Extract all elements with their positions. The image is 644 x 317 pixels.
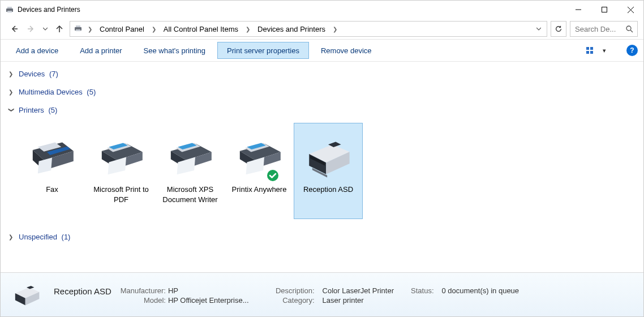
view-options-dropdown[interactable]: ▾	[598, 44, 611, 57]
app-icon	[5, 5, 14, 14]
printer-icon	[162, 127, 218, 183]
chevron-right-icon[interactable]: ❯	[331, 26, 339, 32]
chevron-right-icon: ❯	[8, 234, 14, 240]
search-box[interactable]	[570, 21, 638, 37]
back-button[interactable]	[7, 22, 21, 36]
group-label: Unspecified	[19, 233, 57, 241]
breadcrumb-item-all-items[interactable]: All Control Panel Items	[159, 22, 243, 36]
status-label: Status:	[411, 286, 436, 296]
manufacturer-value: HP	[168, 286, 259, 296]
refresh-button[interactable]	[551, 21, 566, 37]
printer-label: Reception ASD	[301, 183, 355, 195]
titlebar: Devices and Printers	[1, 1, 643, 19]
search-icon[interactable]	[625, 25, 634, 33]
svg-rect-2	[7, 11, 12, 12]
svg-rect-17	[586, 51, 589, 54]
nav-row: ❯ Control Panel ❯ All Control Panel Item…	[1, 19, 643, 39]
group-label: Multimedia Devices	[19, 88, 83, 96]
svg-rect-15	[586, 47, 589, 50]
group-count: (5)	[87, 88, 96, 96]
view-options-button[interactable]	[583, 44, 596, 57]
svg-line-14	[630, 30, 633, 32]
details-thumbnail	[7, 276, 46, 311]
breadcrumb-item-devices-printers[interactable]: Devices and Printers	[253, 22, 330, 36]
printer-label: Microsoft Print to PDF	[87, 183, 155, 204]
svg-rect-11	[76, 25, 80, 27]
model-value: HP Officejet Enterprise...	[168, 296, 259, 305]
category-value: Laser printer	[323, 296, 394, 305]
group-label: Printers	[19, 106, 44, 114]
forward-button[interactable]	[24, 22, 38, 36]
svg-point-13	[626, 26, 631, 31]
remove-device-button[interactable]: Remove device	[311, 42, 381, 59]
model-label: Model:	[121, 296, 168, 305]
see-printing-button[interactable]: See what's printing	[134, 42, 215, 59]
svg-rect-1	[7, 7, 12, 8]
help-button[interactable]: ?	[626, 45, 638, 56]
chevron-right-icon: ❯	[8, 71, 14, 77]
minimize-button[interactable]	[565, 1, 591, 19]
command-bar: Add a device Add a printer See what's pr…	[1, 39, 643, 62]
printer-icon	[93, 127, 149, 183]
print-server-properties-button[interactable]: Print server properties	[217, 42, 309, 59]
group-multimedia[interactable]: ❯ Multimedia Devices (5)	[3, 84, 641, 99]
status-value: 0 document(s) in queue	[442, 286, 520, 296]
printer-label: Fax	[44, 183, 61, 195]
breadcrumb-item-control-panel[interactable]: Control Panel	[95, 22, 149, 36]
laser-printer-icon	[300, 127, 357, 183]
group-devices[interactable]: ❯ Devices (7)	[3, 66, 641, 81]
chevron-right-icon[interactable]: ❯	[244, 26, 252, 32]
breadcrumb-history-dropdown[interactable]	[533, 27, 544, 31]
manufacturer-label: Manufacturer:	[121, 286, 168, 296]
chevron-right-icon: ❯	[8, 89, 14, 95]
description-value: Color LaserJet Printer	[323, 286, 394, 296]
printer-item-fax[interactable]: Fax	[18, 123, 87, 219]
category-label: Category:	[276, 296, 317, 305]
group-unspecified[interactable]: ❯ Unspecified (1)	[3, 229, 641, 244]
group-count: (7)	[49, 70, 58, 78]
printer-label: Microsoft XPS Document Writer	[156, 183, 224, 204]
svg-rect-16	[590, 47, 593, 50]
details-pane: Reception ASD Manufacturer: HP Descripti…	[1, 272, 643, 317]
maximize-button[interactable]	[591, 1, 617, 19]
up-button[interactable]	[53, 22, 66, 36]
svg-point-43	[267, 169, 279, 182]
chevron-down-icon: ❯	[8, 107, 15, 113]
svg-rect-4	[602, 7, 607, 12]
printer-item-printix[interactable]: Printix Anywhere	[225, 123, 294, 219]
default-check-icon	[266, 169, 280, 182]
add-printer-button[interactable]: Add a printer	[70, 42, 131, 59]
printer-item-ms-print-pdf[interactable]: Microsoft Print to PDF	[87, 123, 156, 219]
add-device-button[interactable]: Add a device	[6, 42, 68, 59]
group-label: Devices	[19, 70, 45, 78]
recent-dropdown[interactable]	[41, 22, 49, 36]
group-count: (1)	[62, 233, 71, 241]
printers-grid: Fax Microsoft Print to PDF	[3, 117, 641, 226]
printer-item-xps[interactable]: Microsoft XPS Document Writer	[156, 123, 225, 219]
printer-label: Printix Anywhere	[230, 183, 289, 195]
breadcrumb[interactable]: ❯ Control Panel ❯ All Control Panel Item…	[70, 21, 547, 37]
description-label: Description:	[276, 286, 317, 296]
chevron-right-icon[interactable]: ❯	[150, 26, 158, 32]
svg-rect-12	[76, 29, 80, 31]
breadcrumb-root-icon[interactable]	[72, 24, 85, 35]
window-title: Devices and Printers	[18, 6, 80, 14]
printer-icon	[231, 127, 287, 183]
close-button[interactable]	[617, 1, 643, 19]
details-info: Reception ASD Manufacturer: HP Descripti…	[54, 276, 637, 314]
group-printers[interactable]: ❯ Printers (5)	[3, 102, 641, 117]
search-input[interactable]	[574, 24, 625, 34]
content-pane[interactable]: ❯ Devices (7) ❯ Multimedia Devices (5) ❯…	[1, 62, 643, 272]
printer-item-reception-asd[interactable]: Reception ASD	[294, 123, 363, 219]
group-count: (5)	[48, 106, 57, 114]
svg-rect-18	[590, 51, 593, 54]
chevron-right-icon[interactable]: ❯	[86, 26, 94, 32]
fax-icon	[24, 127, 80, 183]
details-title: Reception ASD	[54, 286, 115, 296]
